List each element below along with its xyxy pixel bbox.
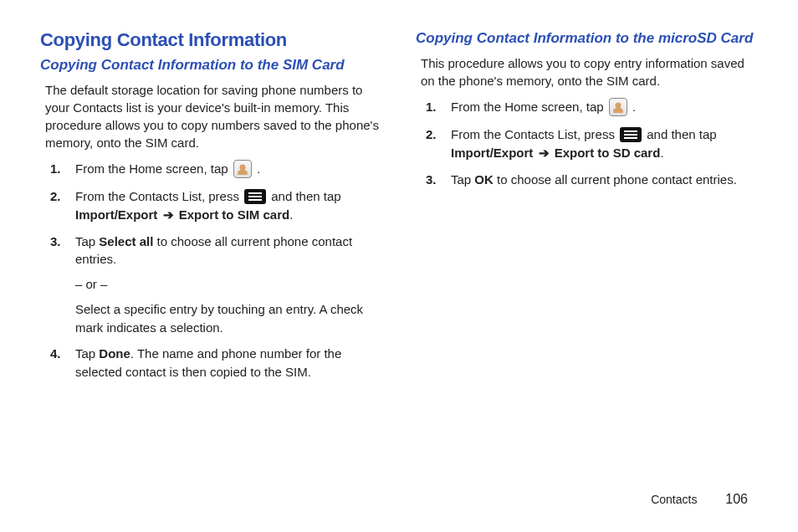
bold-text: Export to SIM card <box>179 207 290 222</box>
step-text: . <box>660 146 663 160</box>
or-text: – or – <box>75 275 382 294</box>
step-text: to choose all current phone contact entr… <box>494 172 737 187</box>
left-column: Copying Contact Information Copying Cont… <box>40 29 382 390</box>
intro-text: The default storage location for saving … <box>45 81 382 151</box>
right-column: Copying Contact Information to the micro… <box>416 29 758 390</box>
arrow-icon: ➔ <box>533 146 554 160</box>
bold-text: OK <box>474 172 494 187</box>
footer-page-number: 106 <box>725 492 748 506</box>
section-heading-sim: Copying Contact Information to the SIM C… <box>40 56 382 74</box>
bold-text: Import/Export <box>75 207 157 222</box>
step-text: Tap <box>75 346 99 361</box>
step-2: From the Contacts List, press and then t… <box>45 187 382 224</box>
step-text: Select a specific entry by touching an e… <box>75 300 382 337</box>
bold-text: Import/Export <box>451 146 533 160</box>
step-3: Tap Select all to choose all current pho… <box>45 233 382 337</box>
step-text: and then tap <box>268 189 341 203</box>
menu-icon <box>620 127 642 142</box>
step-text: . <box>253 161 260 176</box>
bold-text: Done <box>99 346 130 361</box>
step-text: From the Home screen, tap <box>75 161 232 176</box>
menu-icon <box>244 189 266 204</box>
step-text: From the Contacts List, press <box>75 189 243 203</box>
step-text: From the Home screen, tap <box>451 100 607 114</box>
page-footer: Contacts 106 <box>651 492 748 507</box>
bold-text: Select all <box>99 234 153 248</box>
step-1: From the Home screen, tap . <box>45 160 382 179</box>
step-1: From the Home screen, tap . <box>421 98 758 117</box>
page-heading: Copying Contact Information <box>40 29 382 51</box>
step-list-microsd: From the Home screen, tap . From the Con… <box>421 98 758 188</box>
step-3: Tap OK to choose all current phone conta… <box>421 171 758 189</box>
step-list-sim: From the Home screen, tap . From the Con… <box>45 160 382 381</box>
arrow-icon: ➔ <box>157 207 178 222</box>
step-text: Tap <box>75 234 99 248</box>
step-text: . <box>289 207 293 222</box>
step-text: From the Contacts List, press <box>451 127 618 141</box>
contacts-icon <box>233 160 252 178</box>
contacts-icon <box>609 98 627 116</box>
intro-text: This procedure allows you to copy entry … <box>421 54 758 90</box>
step-2: From the Contacts List, press and then t… <box>421 125 758 162</box>
step-text: . <box>629 100 636 114</box>
step-text: Tap <box>451 172 474 187</box>
footer-section-name: Contacts <box>651 493 697 506</box>
step-text: and then tap <box>643 127 717 141</box>
section-heading-microsd: Copying Contact Information to the micro… <box>416 29 758 48</box>
step-4: Tap Done. The name and phone number for … <box>45 345 382 381</box>
bold-text: Export to SD card <box>555 146 661 160</box>
